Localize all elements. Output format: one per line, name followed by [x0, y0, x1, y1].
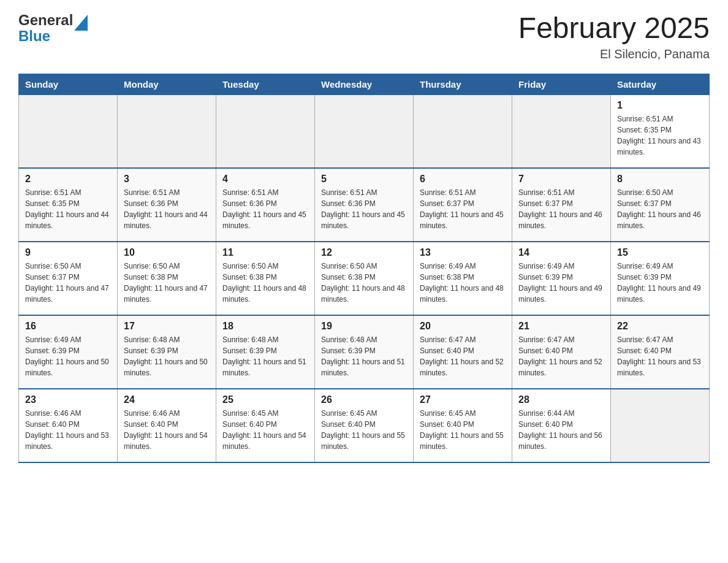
calendar-cell: 25Sunrise: 6:45 AMSunset: 6:40 PMDayligh… [216, 389, 315, 462]
calendar-cell: 3Sunrise: 6:51 AMSunset: 6:36 PMDaylight… [118, 168, 216, 242]
day-number: 27 [420, 394, 506, 405]
calendar-cell: 6Sunrise: 6:51 AMSunset: 6:37 PMDaylight… [414, 168, 512, 242]
day-number: 21 [518, 321, 604, 332]
calendar-cell: 19Sunrise: 6:48 AMSunset: 6:39 PMDayligh… [315, 315, 414, 389]
day-info: Sunrise: 6:48 AMSunset: 6:39 PMDaylight:… [124, 334, 210, 378]
day-info: Sunrise: 6:50 AMSunset: 6:38 PMDaylight:… [321, 261, 407, 305]
col-tuesday: Tuesday [216, 74, 315, 94]
day-info: Sunrise: 6:50 AMSunset: 6:38 PMDaylight:… [124, 261, 210, 305]
day-number: 5 [321, 174, 407, 185]
day-number: 3 [124, 174, 210, 185]
calendar-week-row: 16Sunrise: 6:49 AMSunset: 6:39 PMDayligh… [19, 315, 710, 389]
day-number: 28 [518, 394, 604, 405]
day-number: 4 [222, 174, 308, 185]
calendar-cell: 17Sunrise: 6:48 AMSunset: 6:39 PMDayligh… [118, 315, 216, 389]
location: El Silencio, Panama [518, 47, 710, 61]
calendar-week-row: 1Sunrise: 6:51 AMSunset: 6:35 PMDaylight… [19, 94, 710, 168]
calendar-cell: 20Sunrise: 6:47 AMSunset: 6:40 PMDayligh… [414, 315, 512, 389]
calendar-cell: 27Sunrise: 6:45 AMSunset: 6:40 PMDayligh… [414, 389, 512, 462]
calendar-cell: 4Sunrise: 6:51 AMSunset: 6:36 PMDaylight… [216, 168, 315, 242]
calendar-cell: 24Sunrise: 6:46 AMSunset: 6:40 PMDayligh… [118, 389, 216, 462]
day-info: Sunrise: 6:51 AMSunset: 6:37 PMDaylight:… [420, 187, 506, 231]
day-info: Sunrise: 6:51 AMSunset: 6:36 PMDaylight:… [321, 187, 407, 231]
day-info: Sunrise: 6:49 AMSunset: 6:39 PMDaylight:… [518, 261, 604, 305]
day-info: Sunrise: 6:51 AMSunset: 6:35 PMDaylight:… [25, 187, 111, 231]
calendar-table: Sunday Monday Tuesday Wednesday Thursday… [18, 74, 710, 464]
day-info: Sunrise: 6:49 AMSunset: 6:39 PMDaylight:… [617, 261, 703, 305]
logo: General Blue [18, 12, 88, 45]
day-number: 15 [617, 247, 703, 258]
calendar-cell: 21Sunrise: 6:47 AMSunset: 6:40 PMDayligh… [512, 315, 611, 389]
day-info: Sunrise: 6:45 AMSunset: 6:40 PMDaylight:… [321, 408, 407, 452]
col-thursday: Thursday [414, 74, 512, 94]
day-info: Sunrise: 6:46 AMSunset: 6:40 PMDaylight:… [25, 408, 111, 452]
calendar-cell: 14Sunrise: 6:49 AMSunset: 6:39 PMDayligh… [512, 242, 611, 315]
page-header: General Blue February 2025 El Silencio, … [18, 12, 710, 61]
day-number: 12 [321, 247, 407, 258]
title-block: February 2025 El Silencio, Panama [518, 12, 710, 61]
day-number: 8 [617, 174, 703, 185]
day-number: 18 [222, 321, 308, 332]
day-info: Sunrise: 6:50 AMSunset: 6:38 PMDaylight:… [222, 261, 308, 305]
day-info: Sunrise: 6:44 AMSunset: 6:40 PMDaylight:… [518, 408, 604, 452]
calendar-cell: 8Sunrise: 6:50 AMSunset: 6:37 PMDaylight… [611, 168, 710, 242]
day-number: 19 [321, 321, 407, 332]
calendar-body: 1Sunrise: 6:51 AMSunset: 6:35 PMDaylight… [19, 94, 710, 462]
logo-triangle-icon [74, 15, 88, 31]
month-title: February 2025 [518, 12, 710, 45]
day-number: 22 [617, 321, 703, 332]
calendar-cell [414, 94, 512, 168]
day-info: Sunrise: 6:46 AMSunset: 6:40 PMDaylight:… [124, 408, 210, 452]
day-number: 25 [222, 394, 308, 405]
calendar-cell: 9Sunrise: 6:50 AMSunset: 6:37 PMDaylight… [19, 242, 118, 315]
header-row: Sunday Monday Tuesday Wednesday Thursday… [19, 74, 710, 94]
calendar-week-row: 9Sunrise: 6:50 AMSunset: 6:37 PMDaylight… [19, 242, 710, 315]
day-info: Sunrise: 6:45 AMSunset: 6:40 PMDaylight:… [222, 408, 308, 452]
calendar-cell [118, 94, 216, 168]
logo-blue: Blue [18, 28, 73, 44]
calendar-cell: 12Sunrise: 6:50 AMSunset: 6:38 PMDayligh… [315, 242, 414, 315]
calendar-cell: 1Sunrise: 6:51 AMSunset: 6:35 PMDaylight… [611, 94, 710, 168]
day-info: Sunrise: 6:45 AMSunset: 6:40 PMDaylight:… [420, 408, 506, 452]
calendar-cell [19, 94, 118, 168]
calendar-cell [611, 389, 710, 462]
day-info: Sunrise: 6:47 AMSunset: 6:40 PMDaylight:… [518, 334, 604, 378]
day-info: Sunrise: 6:48 AMSunset: 6:39 PMDaylight:… [321, 334, 407, 378]
day-number: 23 [25, 394, 111, 405]
day-number: 16 [25, 321, 111, 332]
calendar-week-row: 23Sunrise: 6:46 AMSunset: 6:40 PMDayligh… [19, 389, 710, 462]
logo-general: General [18, 12, 73, 28]
day-info: Sunrise: 6:48 AMSunset: 6:39 PMDaylight:… [222, 334, 308, 378]
day-info: Sunrise: 6:51 AMSunset: 6:36 PMDaylight:… [222, 187, 308, 231]
calendar-cell: 10Sunrise: 6:50 AMSunset: 6:38 PMDayligh… [118, 242, 216, 315]
day-info: Sunrise: 6:49 AMSunset: 6:39 PMDaylight:… [25, 334, 111, 378]
day-info: Sunrise: 6:51 AMSunset: 6:37 PMDaylight:… [518, 187, 604, 231]
col-friday: Friday [512, 74, 611, 94]
calendar-cell: 22Sunrise: 6:47 AMSunset: 6:40 PMDayligh… [611, 315, 710, 389]
day-number: 14 [518, 247, 604, 258]
day-info: Sunrise: 6:51 AMSunset: 6:35 PMDaylight:… [617, 113, 703, 158]
calendar-cell: 18Sunrise: 6:48 AMSunset: 6:39 PMDayligh… [216, 315, 315, 389]
day-info: Sunrise: 6:47 AMSunset: 6:40 PMDaylight:… [420, 334, 506, 378]
calendar-cell [216, 94, 315, 168]
calendar-cell: 5Sunrise: 6:51 AMSunset: 6:36 PMDaylight… [315, 168, 414, 242]
day-number: 1 [617, 100, 703, 111]
calendar-cell: 15Sunrise: 6:49 AMSunset: 6:39 PMDayligh… [611, 242, 710, 315]
calendar-header: Sunday Monday Tuesday Wednesday Thursday… [19, 74, 710, 94]
day-number: 2 [25, 174, 111, 185]
day-number: 20 [420, 321, 506, 332]
calendar-cell: 11Sunrise: 6:50 AMSunset: 6:38 PMDayligh… [216, 242, 315, 315]
calendar-cell [512, 94, 611, 168]
calendar-cell: 28Sunrise: 6:44 AMSunset: 6:40 PMDayligh… [512, 389, 611, 462]
col-monday: Monday [118, 74, 216, 94]
day-number: 11 [222, 247, 308, 258]
day-number: 7 [518, 174, 604, 185]
day-number: 10 [124, 247, 210, 258]
calendar-cell: 13Sunrise: 6:49 AMSunset: 6:38 PMDayligh… [414, 242, 512, 315]
calendar-cell [315, 94, 414, 168]
day-number: 24 [124, 394, 210, 405]
calendar-cell: 16Sunrise: 6:49 AMSunset: 6:39 PMDayligh… [19, 315, 118, 389]
day-number: 6 [420, 174, 506, 185]
day-number: 9 [25, 247, 111, 258]
col-wednesday: Wednesday [315, 74, 414, 94]
